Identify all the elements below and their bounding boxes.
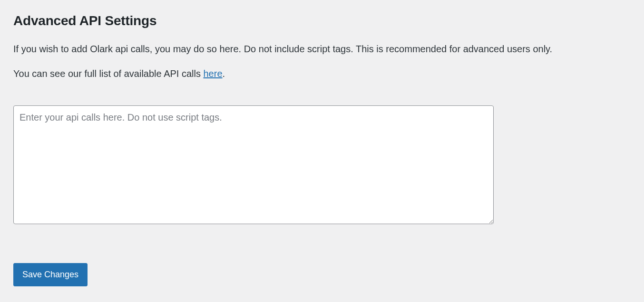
submit-container: Save Changes — [13, 263, 631, 286]
api-calls-textarea[interactable] — [13, 105, 494, 224]
description-text-1: If you wish to add Olark api calls, you … — [13, 42, 631, 56]
description-text-2: You can see our full list of available A… — [13, 66, 631, 81]
description-prefix: You can see our full list of available A… — [13, 68, 204, 79]
api-docs-link[interactable]: here — [204, 68, 223, 79]
page-title: Advanced API Settings — [13, 13, 631, 28]
save-changes-button[interactable]: Save Changes — [13, 263, 88, 286]
description-suffix: . — [223, 68, 225, 79]
